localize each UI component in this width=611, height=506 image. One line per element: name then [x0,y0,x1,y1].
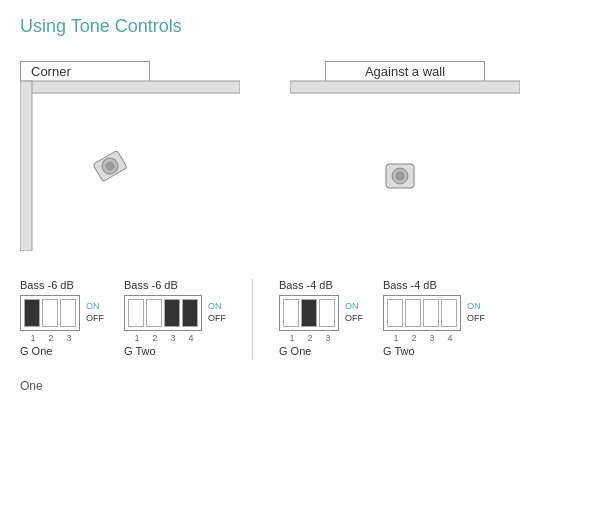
g-label-right-g1: G One [279,345,311,357]
corner-diagram: Corner [20,61,250,251]
switch-panel-left-g1: ON OFF [20,295,104,331]
switch-slot [146,299,162,327]
switch-group-right-g1: Bass -4 dB ON OFF 1 2 3 G One [279,279,363,357]
on-label: ON [86,301,104,313]
on-off-label: ON OFF [345,301,363,324]
switch-slot [24,299,40,327]
svg-rect-5 [290,81,520,93]
off-label: OFF [86,313,104,325]
switch-slot [387,299,403,327]
switch-numbers: 1 2 3 4 [124,333,200,343]
switch-slot [405,299,421,327]
switch-numbers: 1 2 3 4 [383,333,459,343]
switch-slot [423,299,439,327]
switch-slot [319,299,335,327]
switch-panel-right-g1: ON OFF [279,295,363,331]
g-label-left-g1: G One [20,345,52,357]
svg-rect-0 [20,81,240,93]
switch-slot [301,299,317,327]
bass-label-right-g1: Bass -4 dB [279,279,333,291]
off-label: OFF [345,313,363,325]
off-label: OFF [467,313,485,325]
switch-group-left-g1: Bass -6 dB ON OFF 1 2 3 G One [20,279,104,357]
switch-group-right-g2: Bass -4 dB ON OFF 1 2 3 4 G Two [383,279,485,357]
switch-slot [164,299,180,327]
switch-box-left-g2 [124,295,202,331]
on-label: ON [345,301,363,313]
switch-box-right-g1 [279,295,339,331]
on-label: ON [467,301,485,313]
switch-slot [128,299,144,327]
divider [252,279,253,359]
corner-walls-svg [20,61,240,251]
svg-rect-1 [20,81,32,251]
switch-numbers: 1 2 3 [279,333,337,343]
off-label: OFF [208,313,226,325]
svg-point-8 [396,172,404,180]
bottom-text: One [20,379,591,393]
switches-section: Bass -6 dB ON OFF 1 2 3 G One Bass -6 dB [20,279,591,359]
switch-panel-left-g2: ON OFF [124,295,226,331]
bass-label-left-g2: Bass -6 dB [124,279,178,291]
switch-panel-right-g2: ON OFF [383,295,485,331]
switch-group-left-g2: Bass -6 dB ON OFF 1 2 3 4 G Two [124,279,226,357]
switch-slot [42,299,58,327]
switch-slot [441,299,457,327]
switch-box-left-g1 [20,295,80,331]
page-title: Using Tone Controls [20,16,591,37]
g-label-left-g2: G Two [124,345,156,357]
switch-slot [182,299,198,327]
diagrams-section: Corner Against a wall [20,61,591,251]
switch-numbers: 1 2 3 [20,333,78,343]
g-label-right-g2: G Two [383,345,415,357]
switch-slot [60,299,76,327]
on-off-label: ON OFF [208,301,226,324]
bass-label-left-g1: Bass -6 dB [20,279,74,291]
on-label: ON [208,301,226,313]
wall-svg [290,61,520,251]
switch-slot [283,299,299,327]
bass-label-right-g2: Bass -4 dB [383,279,437,291]
on-off-label: ON OFF [467,301,485,324]
wall-diagram: Against a wall [290,61,520,251]
switch-box-right-g2 [383,295,461,331]
on-off-label: ON OFF [86,301,104,324]
